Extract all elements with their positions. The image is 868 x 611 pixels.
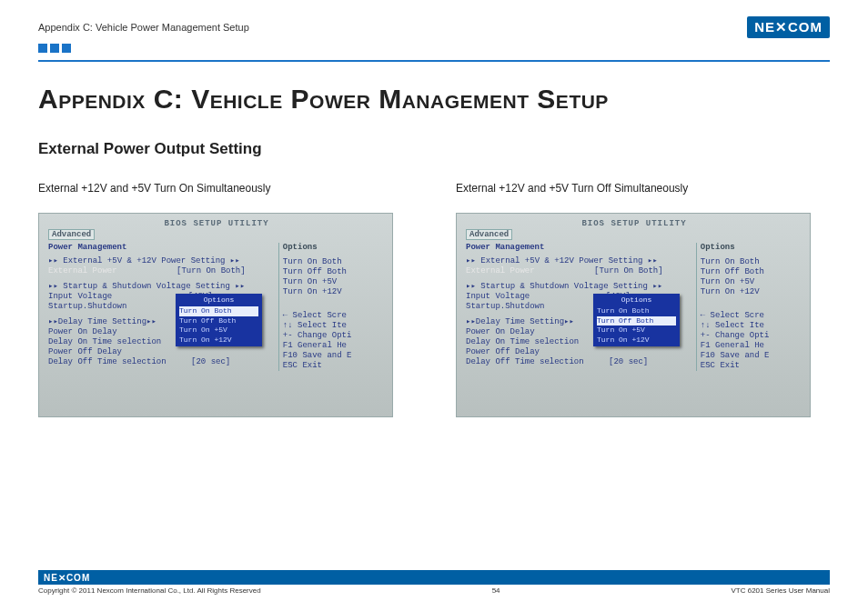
popup-option-3: Turn On +5V bbox=[597, 326, 676, 335]
footer-page-number: 54 bbox=[492, 586, 500, 595]
bios-key-change-option: +- Change Opti bbox=[701, 331, 802, 340]
footer-brand-logo: NE✕COM bbox=[44, 573, 90, 583]
bios-input-voltage-label: Input Voltage bbox=[466, 292, 530, 301]
popup-option-4: Turn On +12V bbox=[597, 336, 676, 345]
popup-option-1: Turn On Both bbox=[597, 306, 676, 316]
bios-ropt2: Turn Off Both bbox=[283, 267, 385, 276]
bios-opt-delay-off-time: Delay Off Time selection bbox=[466, 357, 584, 366]
bios-tab-advanced: Advanced bbox=[48, 229, 95, 240]
bios-key-save-exit: F10 Save and E bbox=[701, 351, 802, 360]
header-divider bbox=[38, 60, 830, 62]
decorative-squares bbox=[38, 44, 71, 53]
bios-key-exit: ESC Exit bbox=[701, 361, 802, 370]
bios-ext-power-label: External Power bbox=[48, 266, 117, 275]
bios-key-change-option: +- Change Opti bbox=[283, 331, 385, 340]
bios-title: BIOS SETUP UTILITY bbox=[48, 219, 385, 228]
brand-logo: NE✕COM bbox=[747, 16, 830, 38]
bios-ropt3: Turn On +5V bbox=[701, 277, 802, 286]
bios-ropt4: Turn On +12V bbox=[283, 287, 385, 296]
bios-external-power-row: External Power [Turn On Both] bbox=[48, 266, 273, 275]
bios-group1: ▸▸ External +5V & +12V Power Setting ▸▸ bbox=[48, 255, 273, 265]
popup-option-2: Turn Off Both bbox=[179, 316, 258, 326]
footer-manual-name: VTC 6201 Series User Manual bbox=[732, 586, 831, 595]
popup-title: Options bbox=[179, 295, 258, 305]
bios-opt-delay-off-time-row: Delay Off Time selection [20 sec] bbox=[466, 357, 691, 366]
bios-screenshot-left: BIOS SETUP UTILITY Advanced Power Manage… bbox=[38, 213, 393, 417]
bios-options-popup: Options Turn On Both Turn Off Both Turn … bbox=[176, 294, 262, 346]
bios-key-select-screen: ← Select Scre bbox=[701, 311, 802, 320]
bios-screenshot-right: BIOS SETUP UTILITY Advanced Power Manage… bbox=[456, 213, 811, 417]
right-caption: External +12V and +5V Turn Off Simultane… bbox=[456, 182, 830, 195]
bios-key-general-help: F1 General He bbox=[701, 341, 802, 350]
bios-ropt1: Turn On Both bbox=[283, 257, 385, 266]
bios-tabs: Advanced bbox=[48, 230, 385, 239]
bios-ropt2: Turn Off Both bbox=[701, 267, 802, 276]
popup-option-3: Turn On +5V bbox=[179, 326, 258, 335]
bios-opt-power-off-delay: Power Off Delay bbox=[466, 347, 691, 356]
bios-key-save-exit: F10 Save and E bbox=[283, 351, 385, 360]
bios-right-header: Options bbox=[283, 243, 385, 252]
bios-right-header: Options bbox=[701, 243, 802, 252]
bios-tab-advanced: Advanced bbox=[466, 229, 512, 240]
bios-group1: ▸▸ External +5V & +12V Power Setting ▸▸ bbox=[466, 255, 691, 265]
bios-key-general-help: F1 General He bbox=[283, 341, 385, 350]
bios-group2: ▸▸ Startup & Shutdown Voltage Setting ▸▸ bbox=[466, 281, 691, 291]
page-title: Appendix C: Vehicle Power Management Set… bbox=[38, 84, 830, 115]
footer-bar: NE✕COM bbox=[38, 570, 830, 585]
bios-external-power-row: External Power [Turn On Both] bbox=[466, 266, 691, 275]
bios-section-header: Power Management bbox=[48, 243, 273, 252]
popup-option-4: Turn On +12V bbox=[179, 336, 258, 345]
popup-title: Options bbox=[597, 295, 676, 305]
bios-group2: ▸▸ Startup & Shutdown Voltage Setting ▸▸ bbox=[48, 281, 273, 291]
bios-key-exit: ESC Exit bbox=[283, 361, 385, 370]
section-subtitle: External Power Output Setting bbox=[38, 140, 830, 158]
popup-option-selected: Turn Off Both bbox=[597, 316, 676, 326]
bios-ext-power-value: [Turn On Both] bbox=[177, 266, 246, 275]
bios-tabs: Advanced bbox=[466, 230, 802, 239]
bios-ext-power-value: [Turn On Both] bbox=[594, 266, 663, 275]
bios-opt-delay-off-time: Delay Off Time selection bbox=[48, 357, 167, 366]
bios-opt-delay-off-value: [20 sec] bbox=[609, 357, 648, 366]
bios-ropt1: Turn On Both bbox=[701, 257, 802, 266]
bios-key-select-item: ↑↓ Select Ite bbox=[701, 321, 802, 330]
bios-ropt4: Turn On +12V bbox=[701, 287, 802, 296]
bios-input-voltage-label: Input Voltage bbox=[48, 292, 112, 301]
popup-option-selected: Turn On Both bbox=[179, 306, 258, 316]
bios-opt-delay-off-time-row: Delay Off Time selection [20 sec] bbox=[48, 357, 273, 366]
bios-title: BIOS SETUP UTILITY bbox=[466, 219, 802, 228]
bios-opt-power-off-delay: Power Off Delay bbox=[48, 347, 273, 356]
bios-ropt3: Turn On +5V bbox=[283, 277, 385, 286]
bios-ext-power-label: External Power bbox=[466, 266, 535, 275]
bios-key-select-screen: ← Select Scre bbox=[283, 311, 385, 320]
bios-section-header: Power Management bbox=[466, 243, 691, 252]
bios-options-popup: Options Turn On Both Turn Off Both Turn … bbox=[593, 294, 680, 346]
bios-key-select-item: ↑↓ Select Ite bbox=[283, 321, 385, 330]
left-caption: External +12V and +5V Turn On Simultaneo… bbox=[38, 182, 412, 195]
bios-opt-delay-off-value: [20 sec] bbox=[191, 357, 230, 366]
footer-copyright: Copyright © 2011 Nexcom International Co… bbox=[38, 586, 261, 595]
breadcrumb: Appendix C: Vehicle Power Management Set… bbox=[38, 22, 249, 33]
